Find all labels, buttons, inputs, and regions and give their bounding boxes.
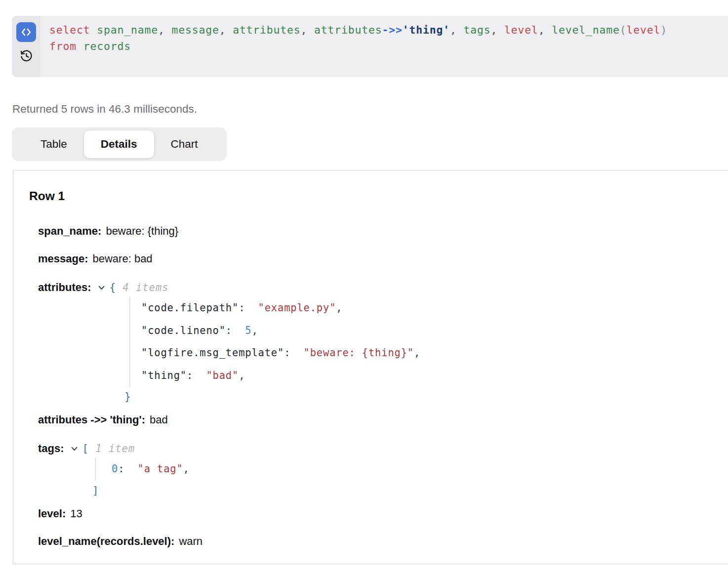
json-open-bracket: [ xyxy=(82,441,89,456)
code-icon xyxy=(20,26,32,38)
field-value: 13 xyxy=(70,507,82,520)
json-item-count: 4 items xyxy=(122,280,168,295)
history-button[interactable] xyxy=(19,48,34,63)
query-status-text: Returned 5 rows in 46.3 milliseconds. xyxy=(12,103,197,116)
history-icon xyxy=(20,49,33,63)
sql-query-text[interactable]: select span_name, message, attributes, a… xyxy=(40,16,672,77)
field-label: level: xyxy=(38,507,66,520)
sql-line-2: from records xyxy=(49,38,667,54)
field-label: tags: xyxy=(38,441,64,456)
field-value: bad xyxy=(150,414,168,426)
json-entry: "code.filepath": "example.py", xyxy=(141,297,728,320)
json-entry: 0: "a tag", xyxy=(112,458,728,481)
field-attributes: attributes: { 4 items "code.filepath": "… xyxy=(38,280,728,407)
field-label: message: xyxy=(38,252,88,265)
field-label: level_name(records.level): xyxy=(38,535,174,547)
field-tags: tags: [ 1 item 0: "a tag", ] xyxy=(38,441,728,500)
field-value: beware: {thing} xyxy=(106,225,178,237)
json-item-count: 1 item xyxy=(95,441,135,456)
tab-chart[interactable]: Chart xyxy=(154,130,215,158)
json-entry: "logfire.msg_template": "beware: {thing}… xyxy=(141,342,728,365)
field-label: attributes: xyxy=(38,280,91,295)
json-close-bracket: ] xyxy=(92,481,728,500)
field-message: message:beware: bad xyxy=(38,252,728,265)
editor-gutter xyxy=(12,16,40,77)
json-entry: "thing": "bad", xyxy=(141,365,728,387)
field-attributes-thing: attributes ->> 'thing':bad xyxy=(38,414,728,426)
field-span-name: span_name:beware: {thing} xyxy=(38,225,728,237)
json-entry: "code.lineno": 5, xyxy=(141,320,728,342)
field-label: span_name: xyxy=(38,225,101,237)
code-button[interactable] xyxy=(16,22,36,42)
chevron-down-icon[interactable] xyxy=(97,284,106,292)
field-value: beware: bad xyxy=(93,252,153,265)
tags-json-entries: 0: "a tag", xyxy=(95,458,728,481)
sql-line-1: select span_name, message, attributes, a… xyxy=(49,22,667,38)
field-level-name: level_name(records.level):warn xyxy=(38,535,728,547)
tab-table[interactable]: Table xyxy=(24,130,84,158)
row-title: Row 1 xyxy=(29,189,728,203)
field-value: warn xyxy=(179,535,202,547)
details-panel: Row 1 span_name:beware: {thing} message:… xyxy=(13,170,728,564)
tab-details[interactable]: Details xyxy=(84,130,154,158)
field-label: attributes ->> 'thing': xyxy=(38,414,145,426)
json-close-brace: } xyxy=(124,387,728,407)
chevron-down-icon[interactable] xyxy=(70,445,79,453)
field-level: level:13 xyxy=(38,507,728,520)
sql-editor[interactable]: select span_name, message, attributes, a… xyxy=(12,16,728,77)
result-view-tabs: Table Details Chart xyxy=(12,127,227,161)
json-open-brace: { xyxy=(110,280,116,295)
attributes-json-entries: "code.filepath": "example.py", "code.lin… xyxy=(129,297,728,387)
